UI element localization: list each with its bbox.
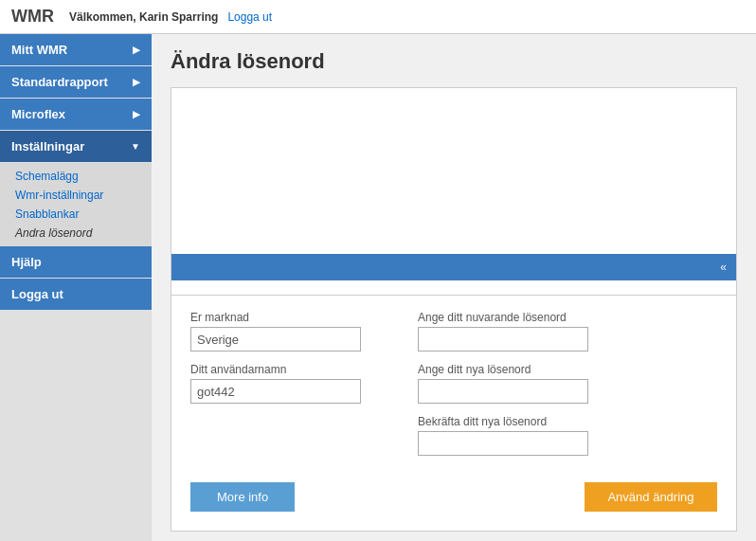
sidebar-arrow-standardrapport: ▶ [133, 77, 140, 87]
layout: Mitt WMR ▶ Standardrapport ▶ Microflex ▶… [0, 34, 756, 541]
sidebar-label-installningar: Inställningar [11, 139, 84, 153]
sidebar-label-mitt-wmr: Mitt WMR [11, 43, 67, 57]
sidebar-sub-installningar: Schemalägg Wmr-inställningar Snabblankar… [0, 163, 152, 246]
form-buttons: More info Använd ändring [190, 482, 717, 512]
sidebar-item-logga-ut[interactable]: Logga ut [0, 279, 152, 310]
form-col-left: Er marknad Ditt användarnamn [190, 311, 380, 467]
new-password-input[interactable] [418, 379, 588, 404]
current-password-group: Ange ditt nuvarande lösenord [418, 311, 717, 352]
card-top-area [171, 88, 736, 254]
sidebar-sub-snabblankar[interactable]: Snabblankar [0, 205, 152, 224]
market-input[interactable] [190, 327, 361, 352]
confirm-password-group: Bekräfta ditt nya lösenord [418, 415, 717, 456]
new-password-group: Ange ditt nya lösenord [418, 363, 717, 404]
market-label: Er marknad [190, 311, 380, 324]
confirm-password-input[interactable] [418, 431, 588, 456]
username-group: Ditt användarnamn [190, 363, 380, 404]
welcome-text: Välkommen, Karin Sparring [69, 10, 218, 24]
form-columns: Er marknad Ditt användarnamn Ange ditt n… [190, 311, 717, 467]
content-card: « [171, 87, 737, 296]
sidebar-item-standardrapport[interactable]: Standardrapport ▶ [0, 66, 152, 98]
sidebar-sub-schemagg[interactable]: Schemalägg [0, 167, 152, 186]
sidebar-label-standardrapport: Standardrapport [11, 75, 108, 89]
username-label: Ditt användarnamn [190, 363, 380, 376]
topbar: WMR Välkommen, Karin Sparring Logga ut [0, 0, 756, 34]
sidebar-label-microflex: Microflex [11, 107, 65, 121]
sidebar-arrow-mitt-wmr: ▶ [133, 45, 140, 55]
current-password-input[interactable] [418, 327, 588, 352]
sidebar-label-hjalp: Hjälp [11, 255, 42, 269]
new-password-label: Ange ditt nya lösenord [418, 363, 717, 376]
card-blue-bar: « [171, 254, 736, 280]
blue-bar-icon: « [720, 261, 727, 274]
form-col-right: Ange ditt nuvarande lösenord Ange ditt n… [418, 311, 717, 467]
sidebar-arrow-installningar: ▼ [131, 141, 140, 152]
sidebar-item-installningar[interactable]: Inställningar ▼ [0, 131, 152, 162]
page-title: Ändra lösenord [171, 49, 737, 74]
sidebar-item-microflex[interactable]: Microflex ▶ [0, 99, 152, 130]
apply-button[interactable]: Använd ändring [585, 482, 717, 512]
sidebar-label-logga-ut: Logga ut [11, 287, 63, 301]
logo: WMR [11, 7, 54, 27]
form-area: Er marknad Ditt användarnamn Ange ditt n… [171, 296, 737, 532]
username-display: Karin Sparring [139, 10, 218, 24]
welcome-prefix: Välkommen, [69, 10, 136, 24]
sidebar-arrow-microflex: ▶ [133, 109, 140, 119]
main-content: Ändra lösenord « Er marknad Ditt använda… [152, 34, 756, 541]
confirm-password-label: Bekräfta ditt nya lösenord [418, 415, 717, 428]
market-group: Er marknad [190, 311, 380, 352]
current-password-label: Ange ditt nuvarande lösenord [418, 311, 717, 324]
sidebar-item-mitt-wmr[interactable]: Mitt WMR ▶ [0, 34, 152, 65]
username-input[interactable] [190, 379, 361, 404]
sidebar-sub-andra-losenord[interactable]: Andra lösenord [0, 224, 152, 243]
more-info-button[interactable]: More info [190, 482, 295, 512]
sidebar: Mitt WMR ▶ Standardrapport ▶ Microflex ▶… [0, 34, 152, 541]
sidebar-item-hjalp[interactable]: Hjälp [0, 246, 152, 278]
sidebar-sub-wmr-installningar[interactable]: Wmr-inställningar [0, 186, 152, 205]
logout-link-top[interactable]: Logga ut [227, 10, 272, 24]
